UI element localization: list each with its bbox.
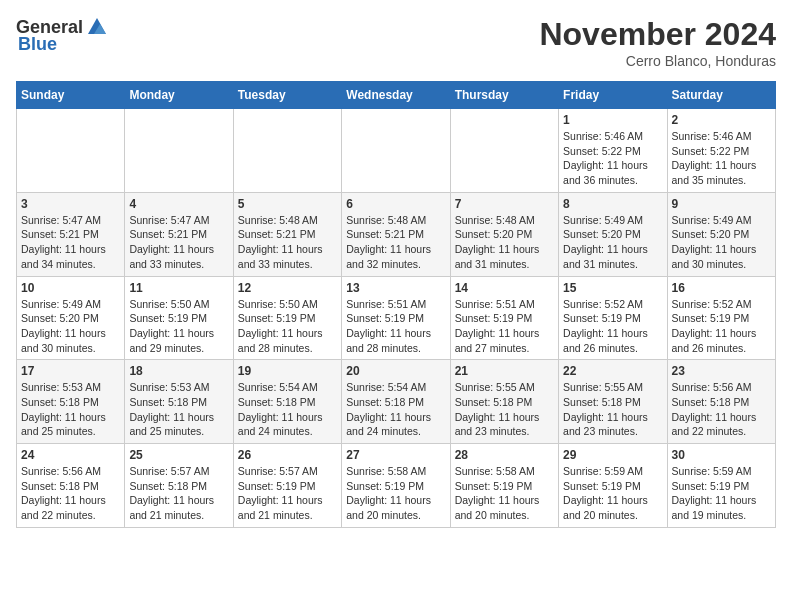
day-info: Sunrise: 5:59 AM Sunset: 5:19 PM Dayligh… (672, 464, 771, 523)
day-number: 30 (672, 448, 771, 462)
day-number: 25 (129, 448, 228, 462)
calendar-day-cell: 27Sunrise: 5:58 AM Sunset: 5:19 PM Dayli… (342, 444, 450, 528)
calendar-day-header: Saturday (667, 82, 775, 109)
day-info: Sunrise: 5:55 AM Sunset: 5:18 PM Dayligh… (563, 380, 662, 439)
day-info: Sunrise: 5:47 AM Sunset: 5:21 PM Dayligh… (129, 213, 228, 272)
day-number: 22 (563, 364, 662, 378)
calendar-day-cell: 2Sunrise: 5:46 AM Sunset: 5:22 PM Daylig… (667, 109, 775, 193)
calendar-day-cell: 22Sunrise: 5:55 AM Sunset: 5:18 PM Dayli… (559, 360, 667, 444)
day-number: 5 (238, 197, 337, 211)
day-number: 10 (21, 281, 120, 295)
day-number: 8 (563, 197, 662, 211)
calendar-day-cell: 24Sunrise: 5:56 AM Sunset: 5:18 PM Dayli… (17, 444, 125, 528)
day-number: 28 (455, 448, 554, 462)
calendar-day-header: Sunday (17, 82, 125, 109)
calendar-day-cell (17, 109, 125, 193)
calendar-day-header: Friday (559, 82, 667, 109)
day-number: 1 (563, 113, 662, 127)
day-info: Sunrise: 5:50 AM Sunset: 5:19 PM Dayligh… (238, 297, 337, 356)
day-number: 13 (346, 281, 445, 295)
day-number: 20 (346, 364, 445, 378)
calendar-header-row: SundayMondayTuesdayWednesdayThursdayFrid… (17, 82, 776, 109)
day-number: 26 (238, 448, 337, 462)
day-number: 2 (672, 113, 771, 127)
day-info: Sunrise: 5:58 AM Sunset: 5:19 PM Dayligh… (346, 464, 445, 523)
day-number: 6 (346, 197, 445, 211)
day-number: 9 (672, 197, 771, 211)
calendar-day-cell (342, 109, 450, 193)
calendar-day-cell: 15Sunrise: 5:52 AM Sunset: 5:19 PM Dayli… (559, 276, 667, 360)
calendar-day-cell: 4Sunrise: 5:47 AM Sunset: 5:21 PM Daylig… (125, 192, 233, 276)
logo: General Blue (16, 16, 109, 55)
calendar-week-row: 1Sunrise: 5:46 AM Sunset: 5:22 PM Daylig… (17, 109, 776, 193)
day-number: 27 (346, 448, 445, 462)
calendar-day-cell: 21Sunrise: 5:55 AM Sunset: 5:18 PM Dayli… (450, 360, 558, 444)
calendar-day-cell: 9Sunrise: 5:49 AM Sunset: 5:20 PM Daylig… (667, 192, 775, 276)
calendar-day-header: Tuesday (233, 82, 341, 109)
calendar-day-cell: 28Sunrise: 5:58 AM Sunset: 5:19 PM Dayli… (450, 444, 558, 528)
day-info: Sunrise: 5:46 AM Sunset: 5:22 PM Dayligh… (563, 129, 662, 188)
day-number: 16 (672, 281, 771, 295)
day-info: Sunrise: 5:49 AM Sunset: 5:20 PM Dayligh… (563, 213, 662, 272)
day-info: Sunrise: 5:52 AM Sunset: 5:19 PM Dayligh… (563, 297, 662, 356)
day-info: Sunrise: 5:46 AM Sunset: 5:22 PM Dayligh… (672, 129, 771, 188)
day-number: 19 (238, 364, 337, 378)
day-number: 3 (21, 197, 120, 211)
page-header: General Blue November 2024 Cerro Blanco,… (16, 16, 776, 69)
calendar-day-cell: 7Sunrise: 5:48 AM Sunset: 5:20 PM Daylig… (450, 192, 558, 276)
day-number: 17 (21, 364, 120, 378)
day-number: 15 (563, 281, 662, 295)
day-number: 18 (129, 364, 228, 378)
day-info: Sunrise: 5:54 AM Sunset: 5:18 PM Dayligh… (238, 380, 337, 439)
day-info: Sunrise: 5:51 AM Sunset: 5:19 PM Dayligh… (346, 297, 445, 356)
calendar-week-row: 24Sunrise: 5:56 AM Sunset: 5:18 PM Dayli… (17, 444, 776, 528)
calendar-day-cell: 14Sunrise: 5:51 AM Sunset: 5:19 PM Dayli… (450, 276, 558, 360)
calendar-day-cell: 18Sunrise: 5:53 AM Sunset: 5:18 PM Dayli… (125, 360, 233, 444)
location-subtitle: Cerro Blanco, Honduras (539, 53, 776, 69)
day-number: 4 (129, 197, 228, 211)
calendar-day-cell: 29Sunrise: 5:59 AM Sunset: 5:19 PM Dayli… (559, 444, 667, 528)
day-number: 24 (21, 448, 120, 462)
calendar-day-header: Monday (125, 82, 233, 109)
calendar-day-cell: 11Sunrise: 5:50 AM Sunset: 5:19 PM Dayli… (125, 276, 233, 360)
title-area: November 2024 Cerro Blanco, Honduras (539, 16, 776, 69)
calendar-day-header: Thursday (450, 82, 558, 109)
day-info: Sunrise: 5:59 AM Sunset: 5:19 PM Dayligh… (563, 464, 662, 523)
calendar-week-row: 10Sunrise: 5:49 AM Sunset: 5:20 PM Dayli… (17, 276, 776, 360)
calendar-day-cell (125, 109, 233, 193)
calendar-day-cell: 26Sunrise: 5:57 AM Sunset: 5:19 PM Dayli… (233, 444, 341, 528)
day-info: Sunrise: 5:48 AM Sunset: 5:21 PM Dayligh… (346, 213, 445, 272)
day-info: Sunrise: 5:51 AM Sunset: 5:19 PM Dayligh… (455, 297, 554, 356)
day-number: 14 (455, 281, 554, 295)
day-info: Sunrise: 5:52 AM Sunset: 5:19 PM Dayligh… (672, 297, 771, 356)
day-number: 11 (129, 281, 228, 295)
day-info: Sunrise: 5:48 AM Sunset: 5:21 PM Dayligh… (238, 213, 337, 272)
calendar-day-cell: 16Sunrise: 5:52 AM Sunset: 5:19 PM Dayli… (667, 276, 775, 360)
calendar-table: SundayMondayTuesdayWednesdayThursdayFrid… (16, 81, 776, 528)
calendar-day-cell: 20Sunrise: 5:54 AM Sunset: 5:18 PM Dayli… (342, 360, 450, 444)
calendar-day-cell: 6Sunrise: 5:48 AM Sunset: 5:21 PM Daylig… (342, 192, 450, 276)
calendar-week-row: 17Sunrise: 5:53 AM Sunset: 5:18 PM Dayli… (17, 360, 776, 444)
calendar-day-cell: 3Sunrise: 5:47 AM Sunset: 5:21 PM Daylig… (17, 192, 125, 276)
day-info: Sunrise: 5:53 AM Sunset: 5:18 PM Dayligh… (129, 380, 228, 439)
logo-icon (86, 16, 108, 38)
month-title: November 2024 (539, 16, 776, 53)
calendar-day-cell: 8Sunrise: 5:49 AM Sunset: 5:20 PM Daylig… (559, 192, 667, 276)
day-info: Sunrise: 5:57 AM Sunset: 5:19 PM Dayligh… (238, 464, 337, 523)
day-info: Sunrise: 5:47 AM Sunset: 5:21 PM Dayligh… (21, 213, 120, 272)
day-number: 29 (563, 448, 662, 462)
calendar-week-row: 3Sunrise: 5:47 AM Sunset: 5:21 PM Daylig… (17, 192, 776, 276)
day-info: Sunrise: 5:54 AM Sunset: 5:18 PM Dayligh… (346, 380, 445, 439)
logo-blue: Blue (18, 34, 57, 55)
calendar-day-cell (233, 109, 341, 193)
day-info: Sunrise: 5:57 AM Sunset: 5:18 PM Dayligh… (129, 464, 228, 523)
calendar-day-cell: 12Sunrise: 5:50 AM Sunset: 5:19 PM Dayli… (233, 276, 341, 360)
day-info: Sunrise: 5:48 AM Sunset: 5:20 PM Dayligh… (455, 213, 554, 272)
day-info: Sunrise: 5:49 AM Sunset: 5:20 PM Dayligh… (672, 213, 771, 272)
calendar-day-cell: 23Sunrise: 5:56 AM Sunset: 5:18 PM Dayli… (667, 360, 775, 444)
day-info: Sunrise: 5:55 AM Sunset: 5:18 PM Dayligh… (455, 380, 554, 439)
day-number: 7 (455, 197, 554, 211)
day-number: 23 (672, 364, 771, 378)
calendar-day-cell: 13Sunrise: 5:51 AM Sunset: 5:19 PM Dayli… (342, 276, 450, 360)
calendar-day-cell: 30Sunrise: 5:59 AM Sunset: 5:19 PM Dayli… (667, 444, 775, 528)
